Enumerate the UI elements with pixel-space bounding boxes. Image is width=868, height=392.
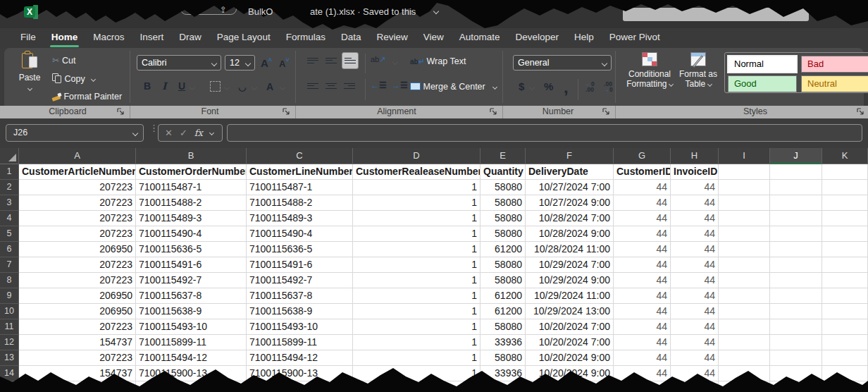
cell-I13[interactable]: [719, 350, 770, 366]
cell-I8[interactable]: [719, 273, 770, 288]
cell-J6[interactable]: [770, 242, 822, 257]
fx-chevron-icon[interactable]: [209, 130, 214, 135]
increase-font-size-button[interactable]: A˄: [261, 56, 272, 69]
row-header-9[interactable]: 9: [0, 288, 19, 304]
cell-F3[interactable]: 10/27/2024 9:00: [526, 195, 614, 211]
cell-A8[interactable]: 207223: [19, 273, 136, 288]
cell-E15[interactable]: [480, 381, 526, 392]
font-color-button[interactable]: A: [266, 80, 273, 93]
increase-decimal-button[interactable]: ←0.00: [582, 81, 597, 92]
cell-J10[interactable]: [770, 304, 822, 319]
cell-H1[interactable]: InvoiceID: [671, 164, 719, 180]
cell-style-neutral[interactable]: Neutral: [801, 75, 868, 92]
column-header-I[interactable]: I: [719, 148, 770, 164]
cell-F5[interactable]: 10/28/2024 9:00: [526, 226, 614, 242]
italic-button[interactable]: I: [162, 80, 167, 92]
cell-D8[interactable]: 1: [353, 273, 480, 288]
cell-A10[interactable]: 206950: [19, 304, 136, 319]
underline-chevron-icon[interactable]: [190, 85, 195, 90]
cell-K13[interactable]: [822, 350, 868, 366]
cancel-button[interactable]: ✕: [165, 125, 173, 141]
cell-H4[interactable]: 44: [671, 211, 719, 226]
cell-I6[interactable]: [719, 242, 770, 257]
cell-A13[interactable]: 207223: [19, 350, 136, 366]
cell-B4[interactable]: 7100115489-3: [136, 211, 247, 226]
cell-C14[interactable]: 7100115900-13: [247, 366, 353, 381]
cell-B3[interactable]: 7100115488-2: [136, 195, 247, 211]
cell-I7[interactable]: [719, 257, 770, 273]
cell-F14[interactable]: 10/20/2024 9:00: [526, 366, 614, 381]
cell-J11[interactable]: [770, 319, 822, 335]
cell-I9[interactable]: [719, 288, 770, 304]
cell-D9[interactable]: 1: [353, 288, 480, 304]
cell-K1[interactable]: [822, 164, 868, 180]
cell-J13[interactable]: [770, 350, 822, 366]
fill-color-chevron-icon[interactable]: [252, 85, 257, 90]
align-bottom-button-selected[interactable]: [342, 52, 359, 69]
row-header-10[interactable]: 10: [0, 304, 19, 319]
cell-B15[interactable]: [136, 381, 247, 392]
cell-C2[interactable]: 7100115487-1: [247, 180, 353, 195]
cell-E4[interactable]: 58080: [480, 211, 526, 226]
cell-F1[interactable]: DeliveryDate: [526, 164, 614, 180]
cell-G10[interactable]: 44: [614, 304, 671, 319]
cell-D12[interactable]: 1: [353, 335, 480, 350]
tab-help[interactable]: Help: [566, 28, 602, 48]
enter-button[interactable]: ✓: [180, 125, 187, 141]
currency-chevron-icon[interactable]: [529, 85, 535, 90]
cell-H7[interactable]: 44: [671, 257, 719, 273]
cell-K14[interactable]: [822, 366, 868, 381]
clipboard-dialog-launcher-icon[interactable]: [117, 108, 125, 116]
cell-G11[interactable]: 44: [614, 319, 671, 335]
cell-H8[interactable]: 44: [671, 273, 719, 288]
fill-color-button[interactable]: ◡: [238, 80, 246, 93]
cell-F4[interactable]: 10/28/2024 7:00: [526, 211, 614, 226]
cell-J4[interactable]: [770, 211, 822, 226]
cell-F7[interactable]: 10/29/2024 7:00: [526, 257, 614, 273]
format-painter-button[interactable]: Format Painter: [52, 92, 122, 102]
align-center-button[interactable]: [326, 82, 337, 90]
cell-E2[interactable]: 58080: [480, 180, 526, 195]
cell-D6[interactable]: 1: [353, 242, 480, 257]
column-header-G[interactable]: G: [614, 148, 671, 164]
row-header-1[interactable]: 1: [0, 164, 19, 180]
cell-F9[interactable]: 10/29/2024 11:00: [526, 288, 614, 304]
cell-K3[interactable]: [822, 195, 868, 211]
cell-G7[interactable]: 44: [614, 257, 671, 273]
formula-input[interactable]: [227, 124, 862, 142]
cell-B9[interactable]: 7100115637-8: [136, 288, 247, 304]
cell-F2[interactable]: 10/27/2024 7:00: [526, 180, 614, 195]
search-box[interactable]: [623, 8, 809, 21]
cell-B7[interactable]: 7100115491-6: [136, 257, 247, 273]
font-dialog-launcher-icon[interactable]: [283, 108, 290, 116]
font-size-combo[interactable]: 12: [225, 55, 255, 71]
tab-macros[interactable]: Macros: [85, 28, 132, 48]
cell-E10[interactable]: 61200: [480, 304, 526, 319]
cell-G13[interactable]: 44: [614, 350, 671, 366]
excel-app-icon[interactable]: X: [24, 5, 38, 19]
cell-B12[interactable]: 7100115899-11: [136, 335, 247, 350]
cell-K6[interactable]: [822, 242, 868, 257]
align-right-button[interactable]: [344, 82, 355, 90]
column-header-J[interactable]: J: [770, 148, 822, 164]
cell-F11[interactable]: 10/20/2024 7:00: [526, 319, 614, 335]
cell-B2[interactable]: 7100115487-1: [136, 180, 247, 195]
number-format-combo[interactable]: General: [513, 55, 612, 71]
cell-A15[interactable]: [19, 381, 136, 392]
cell-C9[interactable]: 7100115637-8: [247, 288, 353, 304]
cell-K2[interactable]: [822, 180, 868, 195]
number-dialog-launcher-icon[interactable]: [602, 108, 610, 116]
cell-G12[interactable]: 44: [614, 335, 671, 350]
cell-A5[interactable]: 207223: [19, 226, 136, 242]
copy-button[interactable]: Copy: [52, 73, 95, 84]
cell-K15[interactable]: [822, 381, 868, 392]
cell-H3[interactable]: 44: [671, 195, 719, 211]
styles-dialog-launcher-icon[interactable]: [857, 108, 864, 116]
copy-dropdown-chevron-icon[interactable]: [91, 77, 96, 82]
title-dropdown-chevron-icon[interactable]: [433, 8, 439, 14]
row-header-14[interactable]: 14: [0, 366, 19, 381]
cell-J15[interactable]: [770, 381, 822, 392]
row-header-7[interactable]: 7: [0, 257, 19, 273]
cell-E9[interactable]: 61200: [480, 288, 526, 304]
cell-A4[interactable]: 207223: [19, 211, 136, 226]
